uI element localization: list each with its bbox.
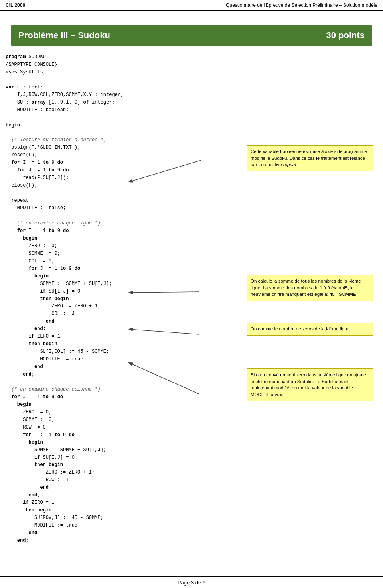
page-title: Problème III – Sudoku [18,30,110,41]
content-area: program SUDOKU; {$APPTYPE CONSOLE} uses … [0,50,383,568]
annotation-1: Cette variable booléenne est mise à true… [247,145,373,171]
code-block: program SUDOKU; {$APPTYPE CONSOLE} uses … [6,53,377,545]
annotation-3: On compte le nombre de zéros de la i-ièm… [247,323,373,336]
page-header: CIL 2006 Questionnaire de l'Epreuve de S… [0,0,383,11]
header-left: CIL 2006 [6,2,25,8]
ann1-italic2: repeat [283,162,296,167]
page-number: Page 3 de 6 [178,580,205,586]
points-label: 30 points [326,30,365,41]
page-footer: Page 3 de 6 [0,576,383,588]
title-banner: Problème III – Sudoku 30 points [11,25,372,46]
annotation-2: On calcule la somme de tous les nombres … [247,275,373,301]
page: CIL 2006 Questionnaire de l'Epreuve de S… [0,0,383,588]
annotation-4: Si on a trouvé un seul zéro dans la i-iè… [247,368,373,401]
header-right: Questionnaire de l'Epreuve de Sélection … [226,2,377,8]
ann1-italic1: true [325,149,333,154]
